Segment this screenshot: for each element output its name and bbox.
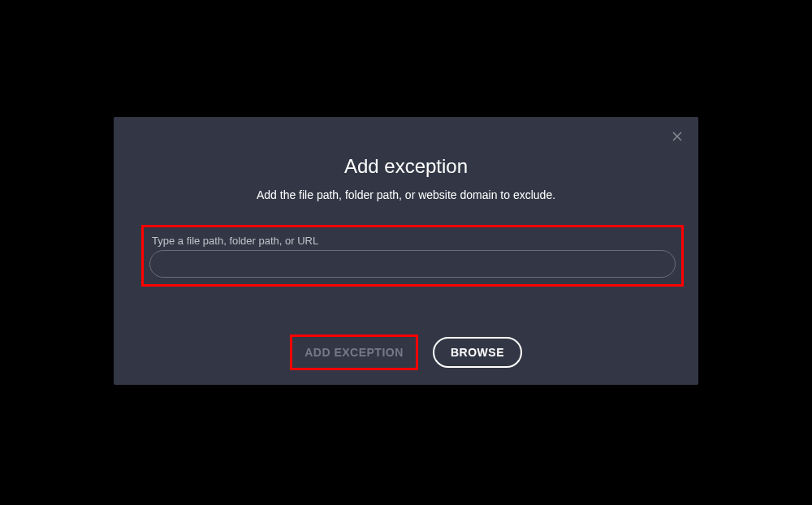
input-highlight-box: Type a file path, folder path, or URL	[141, 225, 684, 287]
path-input[interactable]	[149, 250, 676, 278]
close-icon	[672, 132, 682, 141]
add-exception-dialog: Add exception Add the file path, folder …	[114, 117, 698, 385]
close-button[interactable]	[671, 130, 684, 143]
button-row: ADD EXCEPTION BROWSE	[114, 335, 698, 370]
add-exception-button[interactable]: ADD EXCEPTION	[292, 337, 416, 368]
dialog-subtitle: Add the file path, folder path, or websi…	[114, 188, 698, 201]
browse-button[interactable]: BROWSE	[433, 337, 522, 368]
dialog-title: Add exception	[114, 155, 698, 178]
add-exception-highlight-box: ADD EXCEPTION	[290, 335, 418, 370]
input-label: Type a file path, folder path, or URL	[152, 235, 681, 247]
